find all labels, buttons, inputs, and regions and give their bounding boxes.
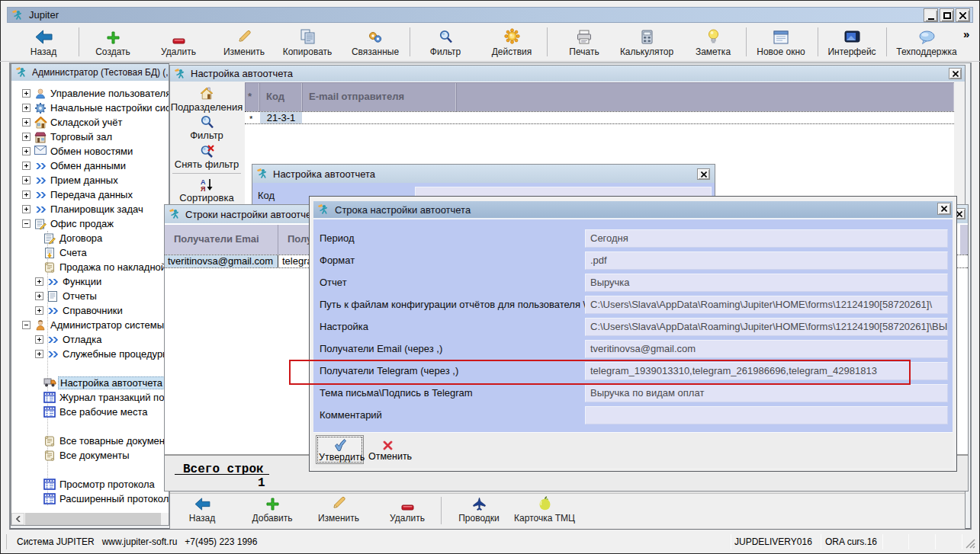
svg-text:А: А: [201, 178, 206, 186]
svg-text:Я: Я: [201, 185, 205, 192]
